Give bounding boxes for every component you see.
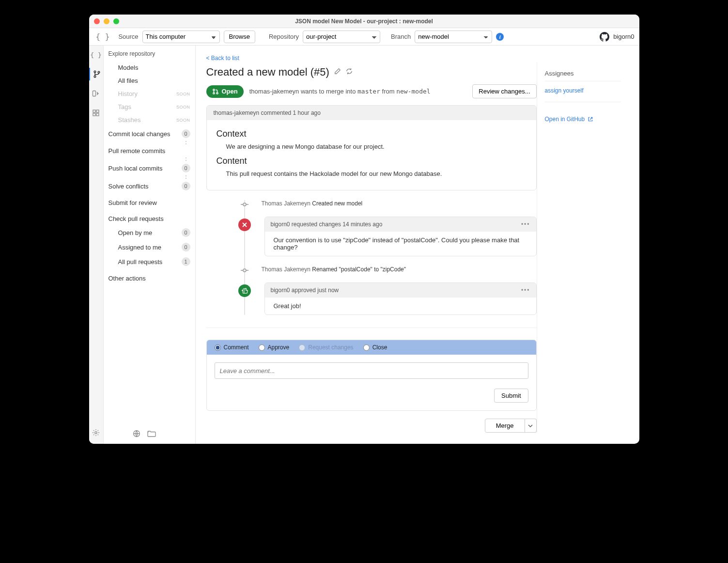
soon-badge: SOON bbox=[176, 118, 190, 123]
count-badge: 0 bbox=[182, 129, 190, 138]
sidebar-item-all-prs[interactable]: All pull requests1 bbox=[104, 254, 195, 269]
commit-icon bbox=[240, 200, 249, 209]
edit-icon[interactable] bbox=[334, 68, 341, 77]
timeline-commit: Thomas Jakemeyn Renamed "postalCode" to … bbox=[240, 266, 537, 273]
rail-compare-icon[interactable] bbox=[89, 87, 104, 100]
desc-heading-context: Context bbox=[217, 129, 527, 139]
sidebar-item-label: Solve conflicts bbox=[108, 183, 149, 190]
sidebar-item-push-local[interactable]: Push local commits0 bbox=[104, 161, 195, 175]
svg-point-0 bbox=[94, 71, 96, 73]
source-select[interactable]: This computer bbox=[142, 31, 220, 43]
desc-heading-content: Content bbox=[217, 156, 527, 166]
sidebar-item-label: All files bbox=[118, 77, 138, 84]
repo-select[interactable]: our-project bbox=[303, 31, 380, 43]
rail-settings-icon[interactable] bbox=[89, 426, 104, 439]
rail-grid-icon[interactable] bbox=[89, 107, 104, 119]
svg-rect-7 bbox=[96, 113, 99, 116]
assign-yourself-link[interactable]: assign yourself bbox=[545, 87, 584, 94]
sidebar-item-assigned[interactable]: Assigned to me0 bbox=[104, 240, 195, 254]
sidebar-item-commit-local[interactable]: Commit local changes0 bbox=[104, 126, 195, 141]
sidebar-header: Explore repository bbox=[104, 46, 195, 61]
merge-button-group: Merge bbox=[485, 419, 537, 433]
sidebar-item-pull-remote[interactable]: Pull remote commits bbox=[104, 144, 195, 157]
sidebar-item-submit-review[interactable]: Submit for review bbox=[104, 196, 195, 209]
event-menu-icon[interactable]: ••• bbox=[521, 221, 530, 228]
pr-state-pill: Open bbox=[206, 85, 244, 98]
merge-dropdown-caret[interactable] bbox=[525, 419, 537, 433]
branch-select[interactable]: new-model bbox=[415, 31, 492, 43]
current-user[interactable]: bigorn0 bbox=[613, 33, 634, 40]
sidebar-item-solve-conflicts[interactable]: Solve conflicts0 bbox=[104, 179, 195, 193]
activity-rail: { } bbox=[89, 46, 104, 444]
approved-icon bbox=[238, 284, 251, 297]
window-title: JSON model New Model - our-project : new… bbox=[89, 18, 639, 25]
count-badge: 0 bbox=[182, 243, 190, 251]
window-titlebar: JSON model New Model - our-project : new… bbox=[89, 15, 639, 28]
count-badge: 0 bbox=[182, 164, 190, 172]
review-type-approve[interactable]: Approve bbox=[259, 344, 290, 351]
svg-point-11 bbox=[213, 92, 214, 94]
folder-icon[interactable] bbox=[147, 430, 156, 439]
main-content: < Back to list Created a new model (#5) … bbox=[196, 46, 639, 444]
timeline-commit: Thomas Jakemeyn Created new model bbox=[240, 200, 537, 207]
svg-point-1 bbox=[94, 76, 96, 78]
external-link-icon bbox=[588, 116, 593, 122]
sidebar-item-label: Tags bbox=[118, 103, 131, 110]
assignees-heading: Assignees bbox=[545, 70, 621, 81]
comment-input[interactable] bbox=[215, 362, 528, 379]
review-type-request-changes[interactable]: Request changes bbox=[299, 344, 353, 351]
pr-description-card: thomas-jakemeyn commented 1 hour ago Con… bbox=[206, 105, 537, 190]
repo-label: Repository bbox=[269, 33, 299, 40]
rail-braces-icon[interactable]: { } bbox=[89, 48, 104, 61]
review-type-comment[interactable]: Comment bbox=[215, 344, 249, 351]
changes-requested-icon bbox=[238, 219, 251, 231]
sidebar-item-label: History bbox=[118, 90, 138, 97]
count-badge: 1 bbox=[182, 257, 190, 266]
review-panel: Comment Approve Request changes Close Su… bbox=[206, 340, 537, 411]
open-in-github-link[interactable]: Open in GitHub bbox=[545, 116, 594, 123]
sidebar-footer bbox=[104, 425, 195, 444]
count-badge: 0 bbox=[182, 228, 190, 237]
svg-point-10 bbox=[213, 89, 214, 90]
commit-icon bbox=[240, 266, 249, 275]
info-icon[interactable]: i bbox=[496, 33, 504, 41]
merge-button[interactable]: Merge bbox=[485, 419, 525, 433]
sidebar-item-check-prs[interactable]: Check pull requests bbox=[104, 212, 195, 225]
pr-title: Created a new model (#5) bbox=[206, 66, 329, 78]
refresh-icon[interactable] bbox=[346, 68, 353, 77]
pr-timeline: Thomas Jakemeyn Created new model bigorn… bbox=[240, 200, 537, 315]
back-to-list-link[interactable]: < Back to list bbox=[206, 55, 239, 62]
app-window: JSON model New Model - our-project : new… bbox=[89, 15, 639, 444]
globe-icon[interactable] bbox=[133, 430, 140, 439]
sidebar-item-models[interactable]: Models bbox=[104, 61, 195, 74]
sidebar-item-label: Assigned to me bbox=[118, 244, 162, 251]
sidebar-item-tags: TagsSOON bbox=[104, 100, 195, 113]
browse-button[interactable]: Browse bbox=[224, 31, 255, 43]
top-toolbar: { } Source This computer Browse Reposito… bbox=[89, 28, 639, 46]
sidebar-item-label: Stashes bbox=[118, 116, 141, 124]
soon-badge: SOON bbox=[176, 105, 190, 109]
svg-rect-5 bbox=[96, 110, 99, 112]
event-menu-icon[interactable]: ••• bbox=[521, 287, 530, 294]
sidebar-item-label: Push local commits bbox=[108, 165, 163, 172]
sidebar-item-label: Pull remote commits bbox=[108, 147, 166, 155]
review-type-close[interactable]: Close bbox=[363, 344, 387, 351]
svg-point-13 bbox=[243, 203, 246, 206]
sidebar-item-label: All pull requests bbox=[118, 258, 163, 266]
rail-branch-icon[interactable] bbox=[89, 68, 104, 80]
github-icon[interactable] bbox=[600, 32, 609, 42]
sidebar-item-other-actions[interactable]: Other actions bbox=[104, 272, 195, 285]
svg-rect-6 bbox=[93, 113, 95, 116]
review-changes-button[interactable]: Review changes... bbox=[472, 84, 536, 98]
pull-request-icon bbox=[212, 88, 219, 95]
description-card-head: thomas-jakemeyn commented 1 hour ago bbox=[207, 106, 536, 120]
submit-button[interactable]: Submit bbox=[494, 389, 528, 403]
sidebar-item-open-by-me[interactable]: Open by me0 bbox=[104, 225, 195, 240]
review-event-card: bigorn0 approved just now••• Great job! bbox=[264, 282, 537, 315]
sidebar-item-all-files[interactable]: All files bbox=[104, 74, 195, 87]
merge-summary: thomas-jakemeyn wants to merge into mast… bbox=[249, 88, 431, 95]
svg-rect-4 bbox=[93, 110, 95, 112]
soon-badge: SOON bbox=[176, 92, 190, 96]
sidebar-item-label: Other actions bbox=[108, 275, 146, 282]
app-logo-icon: { } bbox=[94, 32, 112, 41]
